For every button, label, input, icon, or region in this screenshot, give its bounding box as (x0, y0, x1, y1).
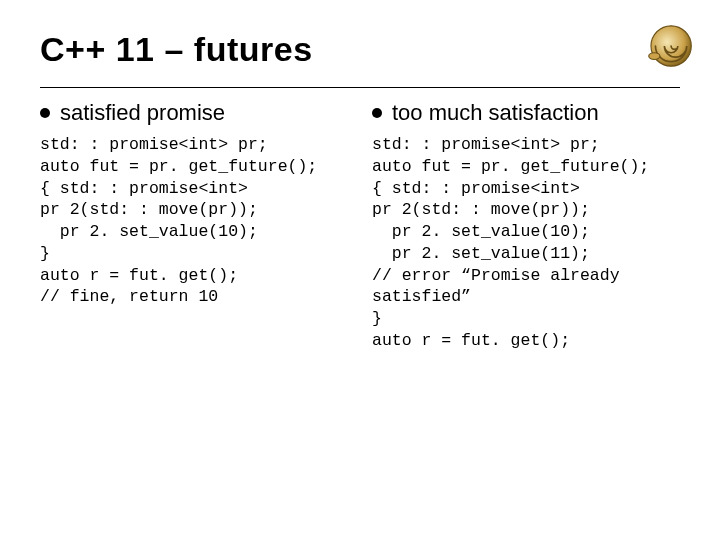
slide: C++ 11 – futures satisfied promise std: … (0, 0, 720, 540)
right-column: too much satisfaction std: : promise<int… (372, 100, 680, 352)
left-subhead: satisfied promise (40, 100, 348, 126)
bullet-icon (40, 108, 50, 118)
left-code-block: std: : promise<int> pr; auto fut = pr. g… (40, 134, 348, 308)
shell-icon (642, 18, 698, 74)
right-subhead-text: too much satisfaction (392, 100, 599, 126)
divider (40, 87, 680, 88)
right-subhead: too much satisfaction (372, 100, 680, 126)
bullet-icon (372, 108, 382, 118)
slide-title: C++ 11 – futures (40, 30, 680, 69)
columns: satisfied promise std: : promise<int> pr… (40, 100, 680, 352)
left-subhead-text: satisfied promise (60, 100, 225, 126)
title-row: C++ 11 – futures (40, 30, 680, 69)
right-code-block: std: : promise<int> pr; auto fut = pr. g… (372, 134, 680, 352)
left-column: satisfied promise std: : promise<int> pr… (40, 100, 348, 352)
svg-point-1 (649, 53, 660, 60)
